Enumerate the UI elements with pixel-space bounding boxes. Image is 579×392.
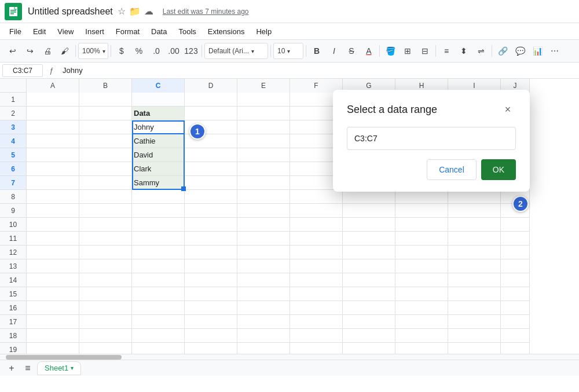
cancel-button[interactable]: Cancel	[427, 159, 477, 180]
dialog-close-button[interactable]: ×	[500, 101, 516, 118]
modal-buttons: Cancel OK	[347, 159, 516, 180]
data-range-dialog: Select a data range × Cancel OK	[333, 90, 530, 192]
dialog-title: Select a data range	[347, 104, 437, 116]
close-icon: ×	[505, 104, 511, 116]
annotation-2-label: 2	[518, 199, 523, 208]
modal-overlay: Select a data range × Cancel OK 2	[0, 0, 579, 392]
modal-header: Select a data range ×	[347, 101, 516, 118]
data-range-input[interactable]	[347, 127, 516, 150]
annotation-circle-2: 2	[512, 196, 529, 212]
ok-button[interactable]: OK	[481, 159, 516, 180]
